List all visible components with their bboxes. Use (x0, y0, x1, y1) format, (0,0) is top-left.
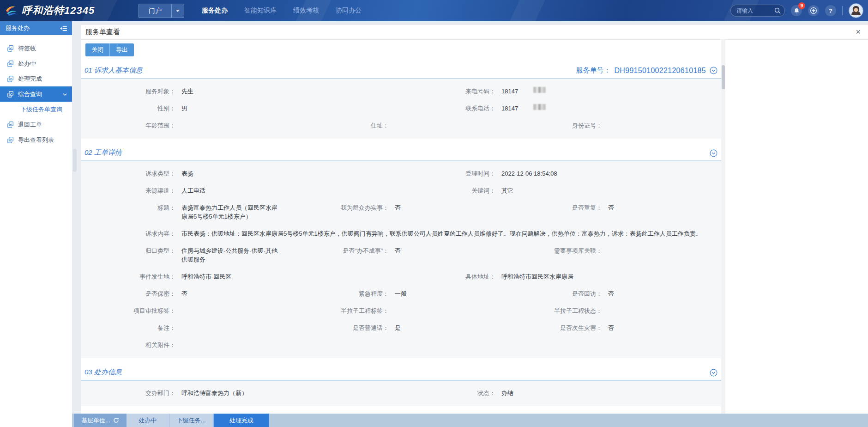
field-label: 状态： (401, 389, 501, 397)
field-label: 联系电话： (401, 104, 501, 113)
field: 需要事项库关联： (508, 246, 721, 264)
field-value: 2022-12-06 18:54:08 (501, 169, 569, 178)
question-icon: ? (829, 7, 832, 14)
field-label: 标题： (81, 203, 181, 212)
close-icon[interactable]: × (856, 27, 861, 37)
section-header-right: 服务单号：DH9915010022120610185 (576, 66, 717, 75)
field-value: 否 (395, 246, 413, 255)
sidebar-item-4[interactable]: 下级任务单查询 (0, 102, 72, 117)
sidebar-item-label: 处办中 (18, 60, 36, 68)
field-row: 相关附件： (81, 336, 721, 354)
bottom-tab-3[interactable]: 处理完成 (214, 414, 269, 427)
field: 性别：男 (81, 104, 401, 113)
section-collapse-icon[interactable] (710, 369, 717, 377)
field-label: 具体地址： (401, 272, 501, 281)
export-button[interactable]: 导出 (109, 43, 134, 56)
field: 联系电话：18147 (401, 104, 721, 113)
panel-title-bar: 服务单查看 × (81, 25, 868, 40)
field-label: 是否保密： (81, 289, 181, 298)
field-label: 备注： (81, 323, 181, 332)
sidebar-item-0[interactable]: 待签收 (0, 41, 72, 56)
sidebar-item-3[interactable]: 综合查询 (0, 86, 72, 102)
notification-badge: 9 (798, 2, 805, 9)
chevron-down-icon (176, 10, 180, 12)
section-header-02: 02 工单详情 (81, 139, 721, 161)
section-collapse-icon[interactable] (710, 67, 717, 74)
field-value: 否 (181, 289, 199, 298)
field: 半拉子工程标签： (295, 306, 508, 315)
main-menu: 服务处办智能知识库绩效考核协同办公 (202, 0, 362, 21)
nav-item-3[interactable]: 协同办公 (336, 6, 362, 15)
masked-value (533, 87, 546, 93)
field-label: 是否次生灾害： (508, 323, 608, 332)
collapse-menu-icon[interactable] (60, 25, 67, 31)
field: 来源渠道：人工电话 (81, 186, 401, 195)
toolbar: 关闭 导出 (85, 43, 134, 56)
section-collapse-icon[interactable] (710, 149, 717, 157)
field: 是否保密：否 (81, 289, 295, 298)
help-button[interactable]: ? (825, 5, 836, 16)
bottom-tab-0[interactable]: 基层单位... (74, 414, 127, 427)
field-label: 是否重复： (508, 203, 608, 212)
sidebar-item-1[interactable]: 处办中 (0, 56, 72, 71)
section-body-02: 诉求类型：表扬受理时间：2022-12-06 18:54:08来源渠道：人工电话… (81, 161, 721, 358)
field-row: 诉求类型：表扬受理时间：2022-12-06 18:54:08 (81, 165, 721, 182)
field-value: 呼和浩特富泰热力（新） (181, 389, 259, 397)
user-avatar[interactable] (849, 3, 863, 18)
field-row: 是否保密：否紧急程度：一般是否回访：否 (81, 285, 721, 302)
field-row: 交办部门：呼和浩特富泰热力（新）状态：办结 (81, 384, 721, 402)
section-header-right (710, 149, 717, 157)
notifications-button[interactable]: 9 (791, 5, 802, 16)
sidebar-item-5[interactable]: 退回工单 (0, 117, 72, 132)
close-button[interactable]: 关闭 (85, 43, 109, 56)
field: 年龄范围： (81, 121, 295, 130)
sidebar-item-label: 处理完成 (18, 75, 42, 83)
portal-label[interactable]: 门户 (139, 4, 171, 18)
sidebar-item-6[interactable]: 导出查看列表 (0, 132, 72, 147)
order-no-value: DH9915010022120610185 (615, 67, 706, 75)
content-scrollbar[interactable] (721, 39, 725, 414)
field-value: 办结 (501, 389, 525, 397)
field: 服务对象：先生 (81, 87, 401, 96)
field-value: 住房与城乡建设-公共服务-供暖-其他供暖服务 (181, 246, 295, 264)
sidebar-scrollbar-thumb[interactable] (73, 149, 77, 172)
search-icon[interactable] (774, 7, 781, 14)
sidebar-item-label: 待签收 (18, 44, 36, 53)
bottom-tab-label: 处办中 (139, 416, 157, 425)
portal-dropdown[interactable]: 门户 (139, 4, 184, 18)
field-value: 表扬 (181, 169, 205, 178)
field: 交办部门：呼和浩特富泰热力（新） (81, 389, 401, 397)
doc-icon (7, 60, 14, 67)
field-value: 先生 (181, 87, 205, 96)
refresh-icon (113, 417, 119, 423)
field-value: 男 (181, 104, 199, 113)
bottom-tab-1[interactable]: 处办中 (127, 414, 169, 427)
nav-item-2[interactable]: 绩效考核 (293, 6, 319, 15)
order-no-label: 服务单号： (576, 66, 611, 75)
nav-item-1[interactable]: 智能知识库 (244, 6, 277, 15)
field: 项目审批标签： (81, 306, 295, 315)
sidebar-item-label: 退回工单 (18, 121, 42, 129)
field-value: 是 (395, 323, 413, 332)
field-label: 相关附件： (81, 341, 181, 349)
apps-button[interactable] (808, 5, 819, 16)
field-label: 受理时间： (401, 169, 501, 178)
field: 关键词：其它 (401, 186, 721, 195)
scrollbar-thumb[interactable] (722, 65, 725, 89)
doc-icon (7, 45, 14, 52)
bottom-tab-2[interactable]: 下级任务... (169, 414, 214, 427)
field-label: 来电号码： (401, 87, 501, 96)
field-label: 诉求内容： (81, 229, 181, 238)
field-value: 市民表扬：供暖地址：回民区水岸康居5号楼5单元1楼东户，供暖阀门有异响，联系供暖… (181, 229, 714, 238)
sidebar-item-2[interactable]: 处理完成 (0, 71, 72, 86)
section-title: 01 诉求人基本信息 (84, 66, 143, 75)
nav-item-0[interactable]: 服务处办 (202, 6, 228, 15)
bottom-tab-label: 下级任务... (177, 416, 206, 425)
field-label: 服务对象： (81, 87, 181, 96)
navbar-right-cluster: 9 ? (730, 0, 868, 21)
field-label: 是否普通话： (295, 323, 395, 332)
field-label: 项目审批标签： (81, 306, 181, 315)
field-label: 是否回访： (508, 289, 608, 298)
portal-arrow[interactable] (171, 4, 184, 18)
field-row: 服务对象：先生来电号码：18147 (81, 83, 721, 100)
